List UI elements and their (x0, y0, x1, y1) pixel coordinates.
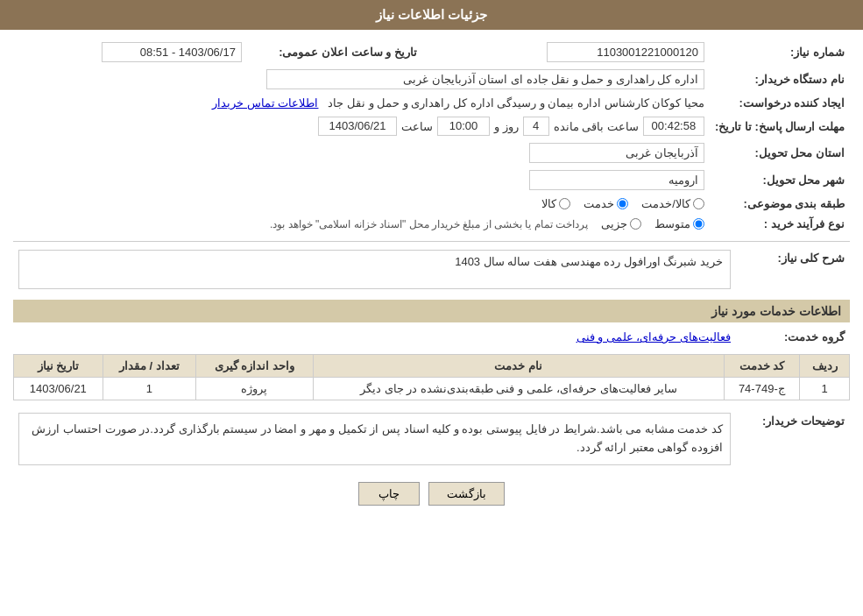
buyer-notes-label: توضیحات خریدار: (736, 409, 850, 469)
service-group-link[interactable]: فعالیت‌های حرفه‌ای، علمی و فنی (577, 330, 731, 343)
print-button[interactable]: چاپ (358, 482, 420, 506)
service-group-label: گروه خدمت: (736, 327, 850, 347)
bottom-buttons: بازگشت چاپ (13, 482, 850, 506)
response-deadline-row: 00:42:58 ساعت باقی مانده 4 روز و 10:00 س… (13, 113, 710, 139)
purchase-motavasset-label: متوسط (654, 217, 690, 230)
col-unit: واحد اندازه گیری (195, 355, 313, 378)
need-number-box: 1103001221000120 (547, 42, 704, 62)
cell-unit: پروژه (195, 378, 313, 400)
buyer-org-label: نام دستگاه خریدار: (710, 66, 850, 93)
creator-value: محیا کوکان کارشناس اداره بیمان و رسیدگی … (13, 93, 710, 113)
category-kala-khadamat[interactable]: کالا/خدمت (641, 197, 704, 210)
cell-date: 1403/06/21 (14, 378, 103, 400)
response-date-box: 1403/06/21 (318, 117, 397, 136)
purchase-type-label: نوع فرآیند خرید : (710, 214, 850, 234)
city-label: شهر محل تحویل: (710, 166, 850, 194)
province-value: آذربایجان غربی (13, 139, 710, 166)
response-days-box: 4 (523, 117, 549, 136)
need-description-table: شرح کلی نیاز: خرید شبرنگ اورافول رده مهن… (13, 246, 850, 293)
purchase-jozii[interactable]: جزیی (601, 217, 641, 230)
province-box: آذربایجان غربی (529, 143, 704, 163)
table-row: 1 ج-749-74 سایر فعالیت‌های حرفه‌ای، علمی… (14, 378, 850, 400)
category-kala-khadamat-label: کالا/خدمت (641, 197, 690, 210)
col-service-code: کد خدمت (724, 355, 799, 378)
announcement-box: 1403/06/17 - 08:51 (102, 42, 242, 62)
purchase-jozii-label: جزیی (601, 217, 627, 230)
page-title: جزئیات اطلاعات نیاز (376, 7, 487, 22)
purchase-motavasset[interactable]: متوسط (654, 217, 704, 230)
city-value: ارومیه (13, 166, 710, 194)
col-date: تاریخ نیاز (14, 355, 103, 378)
category-options: کالا/خدمت خدمت کالا (13, 194, 710, 214)
page-header: جزئیات اطلاعات نیاز (0, 0, 863, 30)
cell-service-code: ج-749-74 (724, 378, 799, 400)
cell-quantity: 1 (103, 378, 195, 400)
city-box: ارومیه (529, 170, 704, 190)
services-table: ردیف کد خدمت نام خدمت واحد اندازه گیری ت… (13, 354, 850, 400)
category-khadamat-label: خدمت (584, 197, 614, 210)
col-quantity: تعداد / مقدار (103, 355, 195, 378)
buyer-org-box: اداره کل راهداری و حمل و نقل جاده ای است… (266, 69, 704, 89)
province-label: استان محل تحویل: (710, 139, 850, 166)
announcement-label: تاریخ و ساعت اعلان عمومی: (247, 39, 422, 66)
need-number-label: شماره نیاز: (710, 39, 850, 66)
category-label: طبقه بندی موضوعی: (710, 194, 850, 214)
category-kala[interactable]: کالا (541, 197, 570, 210)
buyer-notes-table: توضیحات خریدار: کد خدمت مشابه می باشد.شر… (13, 409, 850, 469)
need-number-value: 1103001221000120 (449, 39, 710, 66)
category-khadamat[interactable]: خدمت (584, 197, 628, 210)
buyer-org-value: اداره کل راهداری و حمل و نقل جاده ای است… (13, 66, 710, 93)
contact-link[interactable]: اطلاعات تماس خریدار (212, 96, 318, 110)
main-info-table: شماره نیاز: 1103001221000120 تاریخ و ساع… (13, 39, 850, 234)
response-deadline-label: مهلت ارسال پاسخ: تا تاریخ: (710, 113, 850, 139)
response-time-label: ساعت (401, 120, 433, 133)
col-service-name: نام خدمت (313, 355, 724, 378)
cell-service-name: سایر فعالیت‌های حرفه‌ای، علمی و فنی طبقه… (313, 378, 724, 400)
purchase-type-note: پرداخت تمام یا بخشی از مبلغ خریدار محل "… (270, 218, 588, 230)
cell-row-num: 1 (800, 378, 850, 400)
creator-label: ایجاد کننده درخواست: (710, 93, 850, 113)
buyer-notes-box: کد خدمت مشابه می باشد.شرایط در فایل پیوس… (18, 413, 731, 465)
back-button[interactable]: بازگشت (428, 482, 505, 506)
services-section-header: اطلاعات خدمات مورد نیاز (13, 300, 850, 322)
creator-text: محیا کوکان کارشناس اداره بیمان و رسیدگی … (328, 96, 704, 110)
service-group-value: فعالیت‌های حرفه‌ای، علمی و فنی (13, 327, 736, 347)
service-group-table: گروه خدمت: فعالیت‌های حرفه‌ای، علمی و فن… (13, 327, 850, 347)
need-desc-label: شرح کلی نیاز: (736, 246, 850, 293)
remaining-time-label: ساعت باقی مانده (554, 120, 639, 133)
need-desc-value: خرید شبرنگ اورافول رده مهندسی هفت ساله س… (13, 246, 736, 293)
announcement-value: 1403/06/17 - 08:51 (13, 39, 247, 66)
need-desc-box: خرید شبرنگ اورافول رده مهندسی هفت ساله س… (18, 250, 731, 289)
purchase-type-row: متوسط جزیی پرداخت تمام یا بخشی از مبلغ خ… (13, 214, 710, 234)
category-kala-label: کالا (541, 197, 556, 210)
remaining-time-box: 00:42:58 (643, 117, 704, 136)
response-days-label: روز و (494, 120, 519, 133)
response-time-box: 10:00 (437, 117, 490, 136)
buyer-notes-value: کد خدمت مشابه می باشد.شرایط در فایل پیوس… (13, 409, 736, 469)
col-row-num: ردیف (800, 355, 850, 378)
